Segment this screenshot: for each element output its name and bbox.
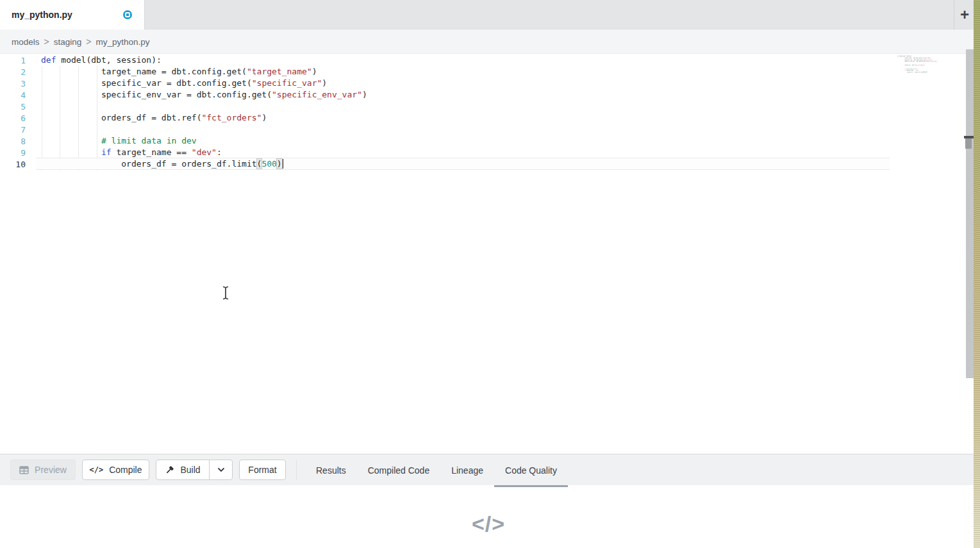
code-editor[interactable]: 1def model(dbt, session):2 target_name =…	[0, 54, 980, 454]
code-line[interactable]: 3 specific_var = dbt.config.get("specifi…	[0, 78, 367, 89]
tab-my-python-py[interactable]: my_python.py	[0, 0, 145, 29]
line-number: 8	[0, 137, 26, 146]
dbt-ide-window: my_python.py + models>staging>my_python.…	[0, 0, 980, 548]
breadcrumb-item[interactable]: models	[12, 37, 40, 47]
minimap-content: def model(dbt, session): target_name = d…	[897, 55, 942, 73]
results-tab-lineage[interactable]: Lineage	[440, 454, 494, 486]
text-cursor-pointer	[222, 286, 229, 300]
format-button[interactable]: Format	[239, 460, 286, 480]
code-line-text: if target_name == "dev":	[41, 147, 222, 158]
code-line[interactable]: 10 orders_df = orders_df.limit(500)	[0, 158, 367, 170]
code-line-text: # limit data in dev	[41, 135, 197, 147]
code-line-text: orders_df = orders_df.limit(500)	[897, 71, 927, 73]
right-edge-texture	[974, 0, 980, 548]
breadcrumb: models>staging>my_python.py	[12, 29, 150, 54]
breadcrumb-bar: models>staging>my_python.py Save	[0, 29, 980, 54]
breadcrumb-item[interactable]: my_python.py	[96, 37, 149, 47]
code-line-text: orders_df = dbt.ref("fct_orders")	[897, 64, 925, 66]
empty-state-code-icon: </>	[456, 511, 520, 536]
build-button[interactable]: Build	[156, 460, 209, 479]
line-number: 2	[0, 67, 26, 77]
line-number: 7	[0, 125, 26, 135]
code-line-text: specific_env_var = dbt.config.get("speci…	[41, 89, 367, 101]
preview-button[interactable]: Preview	[10, 460, 76, 480]
code-line[interactable]: 5	[0, 101, 367, 112]
line-number: 5	[0, 102, 26, 112]
code-lines: 1def model(dbt, session):2 target_name =…	[0, 54, 367, 170]
code-line[interactable]: 7	[0, 124, 367, 135]
preview-table-icon	[19, 466, 29, 474]
line-number: 1	[0, 56, 26, 65]
code-line[interactable]: 8 # limit data in dev	[0, 135, 367, 147]
text-caret	[282, 159, 283, 169]
line-number: 9	[0, 148, 26, 158]
compile-label: Compile	[109, 465, 142, 475]
toolbar-divider	[296, 460, 297, 480]
code-line-text: specific_env_var = dbt.config.get("speci…	[897, 60, 938, 62]
new-tab-button[interactable]: +	[955, 0, 974, 29]
code-line-text: specific_var = dbt.config.get("specific_…	[41, 78, 327, 89]
code-line-text: def model(dbt, session):	[41, 54, 162, 66]
results-tabs: ResultsCompiled CodeLineageCode Quality	[305, 454, 568, 486]
results-tab-compiled-code[interactable]: Compiled Code	[357, 454, 441, 486]
build-hammer-icon	[165, 465, 174, 475]
code-line-text: orders_df = dbt.ref("fct_orders")	[41, 112, 267, 124]
breadcrumb-separator: >	[86, 37, 91, 47]
action-toolbar: Preview </> Compile Build	[0, 454, 980, 485]
results-tab-code-quality[interactable]: Code Quality	[494, 454, 568, 486]
tab-label: my_python.py	[12, 10, 72, 20]
code-line[interactable]: 1def model(dbt, session):	[0, 54, 367, 66]
compile-code-icon: </>	[89, 465, 103, 474]
code-line-text: target_name = dbt.config.get("target_nam…	[41, 66, 317, 78]
code-line[interactable]: 2 target_name = dbt.config.get("target_n…	[0, 66, 367, 78]
scrollbar-thumb[interactable]	[965, 138, 972, 149]
build-split-button: Build	[156, 460, 233, 480]
code-line[interactable]: 6 orders_df = dbt.ref("fct_orders")	[0, 112, 367, 124]
line-number: 4	[0, 90, 26, 100]
minimap[interactable]: def model(dbt, session): target_name = d…	[897, 55, 942, 76]
build-options-dropdown[interactable]	[209, 460, 232, 479]
unsaved-changes-indicator-icon	[123, 10, 132, 19]
line-number: 10	[0, 160, 26, 169]
breadcrumb-separator: >	[44, 37, 49, 47]
line-number: 3	[0, 79, 26, 88]
results-tab-results[interactable]: Results	[305, 454, 357, 486]
results-panel: Preview </> Compile Build	[0, 454, 980, 548]
compile-button[interactable]: </> Compile	[82, 460, 149, 480]
line-number: 6	[0, 113, 26, 123]
code-line-text: orders_df = orders_df.limit(500)	[41, 158, 283, 170]
preview-label: Preview	[35, 465, 67, 475]
tabbar-divider	[954, 0, 954, 29]
scrollbar-track[interactable]	[966, 49, 974, 378]
editor-tab-bar: my_python.py +	[0, 0, 980, 29]
minimap-line: orders_df = orders_df.limit(500)	[897, 71, 942, 73]
build-label: Build	[180, 465, 200, 475]
chevron-down-icon	[217, 467, 225, 472]
format-label: Format	[248, 465, 276, 475]
minimap-line: specific_env_var = dbt.config.get("speci…	[897, 60, 942, 62]
code-line[interactable]: 4 specific_env_var = dbt.config.get("spe…	[0, 89, 367, 101]
code-line[interactable]: 9 if target_name == "dev":	[0, 147, 367, 158]
breadcrumb-item[interactable]: staging	[54, 37, 82, 47]
